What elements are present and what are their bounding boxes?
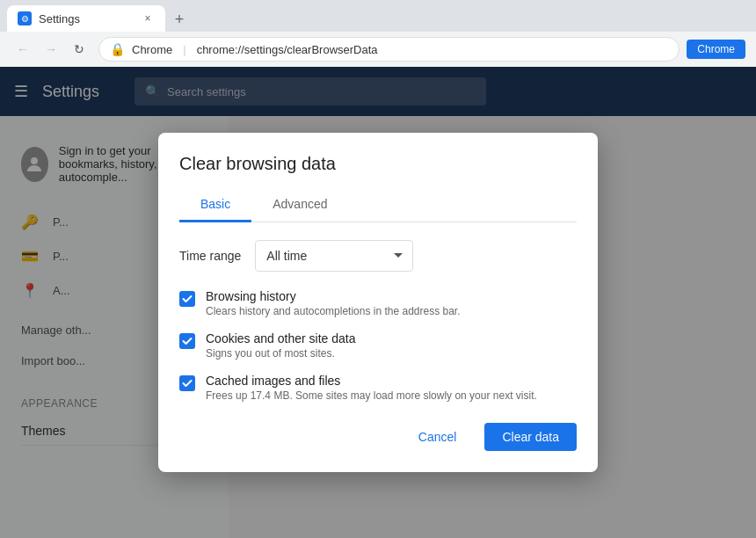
time-range-row: Time range All time Last hour Last 24 ho… [179,240,577,272]
cache-title: Cached images and files [206,374,537,388]
checkbox-cookies-input[interactable] [179,333,195,349]
forward-button[interactable]: → [39,37,63,62]
tab-bar: ⚙ Settings × + [7,0,192,32]
settings-page: ☰ Settings 🔍 Search settings Sign in to … [0,67,756,538]
browser-top-bar: ⚙ Settings × + [0,0,756,32]
address-site-name: Chrome [132,43,172,56]
security-icon: 🔒 [110,42,125,56]
back-button[interactable]: ← [11,37,35,62]
refresh-button[interactable]: ↻ [67,37,91,62]
checkbox-cookies: Cookies and other site data Signs you ou… [179,331,577,360]
checkbox-cache-icon[interactable] [179,375,195,391]
tab-advanced[interactable]: Advanced [251,188,348,222]
checkbox-browsing-history-icon[interactable] [179,291,195,307]
active-tab[interactable]: ⚙ Settings × [7,5,165,32]
checkbox-cache-text: Cached images and files Frees up 17.4 MB… [206,374,537,402]
address-input[interactable]: 🔒 Chrome | chrome://settings/clearBrowse… [98,37,680,62]
clear-browsing-data-dialog: Clear browsing data Basic Advanced Time … [158,133,598,472]
clear-data-button[interactable]: Clear data [484,423,577,451]
address-url: chrome://settings/clearBrowserData [197,43,378,56]
chrome-signin-button[interactable]: Chrome [687,40,745,59]
checkbox-browsing-history-input[interactable] [179,291,195,307]
dialog-actions: Cancel Clear data [179,423,577,451]
dialog-tabs: Basic Advanced [179,188,577,222]
cache-desc: Frees up 17.4 MB. Some sites may load mo… [206,389,537,402]
dialog-title: Clear browsing data [179,154,577,174]
tab-basic[interactable]: Basic [179,188,251,222]
new-tab-button[interactable]: + [167,7,192,32]
checkbox-browsing-history: Browsing history Clears history and auto… [179,289,577,317]
cookies-title: Cookies and other site data [206,331,355,345]
tab-favicon: ⚙ [18,11,32,25]
tab-close-button[interactable]: × [141,11,155,25]
checkbox-browsing-history-text: Browsing history Clears history and auto… [206,289,461,317]
modal-overlay: Clear browsing data Basic Advanced Time … [0,67,756,538]
browsing-history-title: Browsing history [206,289,461,303]
checkbox-cookies-text: Cookies and other site data Signs you ou… [206,331,355,360]
address-separator: | [183,43,185,56]
cancel-button[interactable]: Cancel [401,423,475,451]
tab-title: Settings [39,12,80,25]
browsing-history-desc: Clears history and autocompletions in th… [206,305,461,317]
checkbox-cookies-icon[interactable] [179,333,195,349]
time-range-label: Time range [179,249,241,263]
nav-buttons: ← → ↻ [11,37,91,62]
address-bar: ← → ↻ 🔒 Chrome | chrome://settings/clear… [0,32,756,67]
checkbox-cache: Cached images and files Frees up 17.4 MB… [179,374,577,402]
time-range-select[interactable]: All time Last hour Last 24 hours Last 7 … [255,240,413,272]
checkbox-cache-input[interactable] [179,375,195,391]
cookies-desc: Signs you out of most sites. [206,347,355,360]
